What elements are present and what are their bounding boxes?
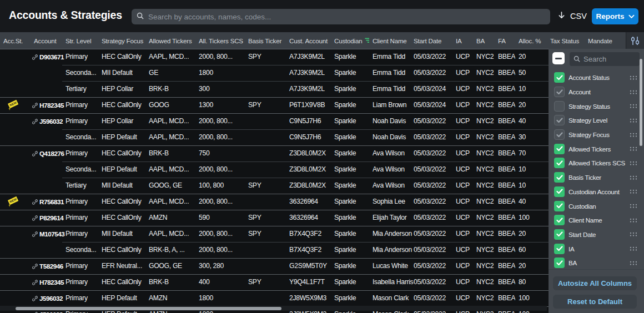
table-row[interactable]: Seconda...MII DefaultGE1800A7J3K9M2LSpar… bbox=[0, 65, 644, 81]
drag-handle-icon[interactable] bbox=[630, 89, 637, 95]
column-list-item: Basis Ticker bbox=[549, 170, 644, 185]
drag-handle-icon[interactable] bbox=[630, 132, 637, 138]
cell-alloc-pct: 100 bbox=[515, 290, 547, 306]
autosize-all-columns-button[interactable]: Autosize All Columns bbox=[553, 276, 637, 290]
checkbox-checked[interactable] bbox=[554, 186, 565, 197]
checkbox-unchecked[interactable] bbox=[554, 101, 565, 112]
column-header-client-name[interactable]: Client Name bbox=[369, 32, 410, 49]
link-icon[interactable] bbox=[32, 280, 38, 285]
column-header-account[interactable]: Account bbox=[31, 32, 62, 49]
column-header-acc-st[interactable]: Acc.St. bbox=[0, 32, 31, 49]
table-row[interactable]: Seconda...HEC CallOnlyBRK-B, A, ...2000,… bbox=[0, 242, 644, 258]
checkbox-checked[interactable] bbox=[554, 158, 565, 168]
table-row[interactable]: TertiaryMII DefaultGOOG, GE100, 800SPYZ3… bbox=[0, 178, 644, 194]
column-header-basis-ticker[interactable]: Basis Ticker bbox=[245, 32, 286, 49]
table-row[interactable]: T582946PrimaryEFR Neutral...GOOG, GE300,… bbox=[0, 258, 644, 274]
checkbox-checked[interactable] bbox=[554, 129, 565, 140]
table-row[interactable]: Seconda...HEP DefaultAAPL, MCD...2000, 8… bbox=[0, 161, 644, 178]
link-icon[interactable] bbox=[32, 264, 38, 269]
account-code[interactable]: J596032 bbox=[39, 114, 63, 129]
checkbox-checked[interactable] bbox=[554, 215, 565, 225]
drag-handle-icon[interactable] bbox=[630, 246, 637, 251]
panel-search-input[interactable] bbox=[583, 55, 636, 63]
horizontal-scrollbar[interactable] bbox=[0, 306, 547, 311]
link-icon[interactable] bbox=[32, 215, 38, 221]
cell-cust-account: B7X4Q3F2 bbox=[286, 242, 331, 258]
link-icon[interactable] bbox=[32, 119, 38, 124]
account-code[interactable]: R756831 bbox=[39, 194, 64, 210]
checkbox-checked[interactable] bbox=[554, 229, 565, 240]
account-code[interactable]: M107543 bbox=[39, 226, 64, 242]
global-search-input[interactable] bbox=[148, 13, 545, 21]
cell-str-level: Primary bbox=[62, 194, 98, 210]
account-code[interactable]: H782345 bbox=[39, 275, 64, 290]
link-icon[interactable] bbox=[32, 54, 38, 60]
table-row[interactable]: NEWR756831PrimaryHEC CallOnlyAAPL, MCD..… bbox=[0, 194, 644, 210]
drag-handle-icon[interactable] bbox=[630, 75, 637, 80]
select-all-columns-checkbox[interactable] bbox=[552, 52, 565, 64]
table-row[interactable]: M107543PrimaryMII DefaultAAPL, MCD...200… bbox=[0, 226, 644, 242]
account-code[interactable]: Q418276 bbox=[39, 146, 64, 161]
column-header-str-level[interactable]: Str. Level bbox=[62, 32, 98, 49]
column-settings-button[interactable] bbox=[626, 32, 644, 49]
column-header-start-date[interactable]: Start Date bbox=[410, 32, 452, 49]
table-row[interactable]: NEWH782345PrimaryHEC CallOnlyGOOG1300SPY… bbox=[0, 97, 644, 113]
column-header-allowed-tickers[interactable]: Allowed Tickers bbox=[145, 32, 195, 49]
reports-button[interactable]: Reports bbox=[592, 8, 638, 24]
drag-handle-icon[interactable] bbox=[630, 160, 637, 166]
checkbox-checked[interactable] bbox=[554, 258, 565, 268]
account-code[interactable]: D903671 bbox=[39, 49, 64, 65]
drag-handle-icon[interactable] bbox=[630, 146, 637, 152]
table-row[interactable]: P829614PrimaryHEC CallOnlyAMZN590SPY3632… bbox=[0, 210, 644, 226]
filter-icon[interactable] bbox=[365, 38, 369, 43]
panel-scrollbar-thumb[interactable] bbox=[640, 59, 642, 146]
checkbox-checked[interactable] bbox=[554, 244, 565, 254]
table-row[interactable]: D903671PrimaryHEC CallOnlyAAPL, MCD...20… bbox=[0, 49, 644, 65]
cell-basis-ticker bbox=[245, 65, 286, 81]
column-header-fa[interactable]: FA bbox=[495, 32, 515, 49]
account-code[interactable]: H782345 bbox=[39, 98, 64, 113]
drag-handle-icon[interactable] bbox=[630, 218, 637, 223]
drag-handle-icon[interactable] bbox=[630, 189, 637, 194]
checkbox-checked[interactable] bbox=[554, 115, 565, 125]
table-row[interactable]: J596032PrimaryHEP CollarAAPL, MCD...2000… bbox=[0, 113, 644, 129]
drag-handle-icon[interactable] bbox=[630, 118, 637, 123]
drag-handle-icon[interactable] bbox=[630, 231, 637, 237]
panel-search[interactable] bbox=[570, 52, 640, 66]
table-row[interactable]: TertiaryHEP CollarBRK-B300A7J3K9M2LSpark… bbox=[0, 81, 644, 97]
account-code[interactable]: P829614 bbox=[39, 210, 63, 226]
checkbox-checked[interactable] bbox=[554, 87, 565, 97]
checkbox-checked[interactable] bbox=[554, 72, 565, 83]
column-header-ia[interactable]: IA bbox=[452, 32, 473, 49]
account-code[interactable]: J596032 bbox=[39, 291, 63, 306]
drag-handle-icon[interactable] bbox=[630, 103, 637, 109]
account-code[interactable]: T582946 bbox=[39, 259, 63, 274]
link-icon[interactable] bbox=[32, 231, 38, 237]
column-header-tax-status[interactable]: Tax Status bbox=[547, 32, 585, 49]
table-row[interactable]: H782345PrimaryHEC CallOnlyBRK-B400SPYY9Q… bbox=[0, 274, 644, 290]
link-icon[interactable] bbox=[32, 199, 38, 205]
global-search[interactable] bbox=[132, 9, 550, 24]
drag-handle-icon[interactable] bbox=[630, 260, 637, 266]
horizontal-scrollbar-thumb[interactable] bbox=[16, 307, 281, 310]
reset-to-default-button[interactable]: Reset to Default bbox=[553, 295, 637, 309]
link-icon[interactable] bbox=[32, 296, 38, 301]
column-header-mandate[interactable]: Mandate bbox=[585, 32, 626, 49]
checkbox-checked[interactable] bbox=[554, 172, 565, 183]
drag-handle-icon[interactable] bbox=[630, 175, 637, 180]
column-header-cust-account[interactable]: Cust. Account bbox=[286, 32, 331, 49]
table-row[interactable]: Seconda...HEP DefaultAAPL, MCD...2000, 8… bbox=[0, 129, 644, 145]
column-header-ba[interactable]: BA bbox=[473, 32, 495, 49]
column-header-alloc-pct[interactable]: Alloc. % bbox=[515, 32, 547, 49]
link-icon[interactable] bbox=[32, 103, 38, 108]
column-header-strategy-focus[interactable]: Strategy Focus bbox=[98, 32, 145, 49]
column-header-all-tickers-scs[interactable]: All. Tickers SCS bbox=[195, 32, 245, 49]
csv-export-button[interactable]: CSV bbox=[557, 8, 587, 24]
table-row[interactable]: J596032PrimaryHEP DefaultAMZN18002J8W5X9… bbox=[0, 290, 644, 306]
drag-handle-icon[interactable] bbox=[630, 203, 637, 209]
table-row[interactable]: Q418276PrimaryHEC CallOnlyBRK-B750Z3D8L0… bbox=[0, 145, 644, 161]
link-icon[interactable] bbox=[32, 151, 38, 156]
checkbox-checked[interactable] bbox=[554, 201, 565, 211]
checkbox-checked[interactable] bbox=[554, 144, 565, 154]
column-header-custodian[interactable]: Custodian bbox=[331, 32, 369, 49]
